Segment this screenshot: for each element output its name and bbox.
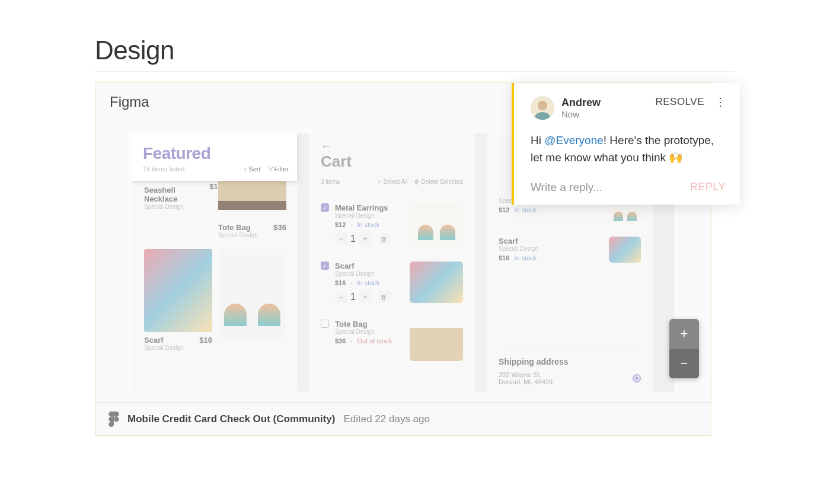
cart-item: Tote Bag Special Design $36 · Out of sto… <box>321 320 463 361</box>
reply-input[interactable]: Write a reply... <box>531 181 602 194</box>
more-menu-icon[interactable]: ⋮ <box>715 101 726 103</box>
resolve-button[interactable]: RESOLVE <box>655 96 704 108</box>
radio-selected[interactable] <box>633 374 641 382</box>
item-price: $36 <box>335 337 346 344</box>
cart-count: 3 items <box>321 178 340 185</box>
item-name: Tote Bag <box>335 320 404 328</box>
cart-item: ✓ Metal Earrings Special Design $12 · In… <box>321 203 463 245</box>
qty-minus[interactable]: − <box>335 233 347 245</box>
file-edited: Edited 22 days ago <box>343 413 430 425</box>
cart-item: ✓ Scarf Special Design $16 · In stock − … <box>321 261 463 303</box>
item-price: $12 <box>335 221 346 228</box>
product-scarf[interactable]: Scarf Special Design $16 <box>144 249 212 351</box>
app-label: Figma <box>110 94 149 110</box>
item-price: $16 <box>335 279 346 286</box>
product-earrings[interactable] <box>218 249 286 338</box>
item-name: Scarf <box>335 261 404 270</box>
product-image <box>218 249 286 338</box>
item-name: Scarf <box>499 237 538 245</box>
comment-body: Hi @Everyone! Here's the prototype, let … <box>531 132 726 167</box>
checkbox[interactable]: ✓ <box>321 203 329 212</box>
figma-logo-icon <box>108 412 119 427</box>
cart-title: Cart <box>321 152 352 171</box>
trash-icon[interactable]: 🗑 <box>378 233 390 245</box>
product-name: Tote Bag <box>218 223 258 232</box>
sort-label: Sort <box>248 165 260 173</box>
qty-plus[interactable]: + <box>359 233 371 245</box>
reply-button[interactable]: REPLY <box>690 181 726 193</box>
product-sub: Special Design <box>144 344 184 351</box>
item-image <box>609 237 641 263</box>
checkout-item: Scarf Special Design $16 In stock <box>499 237 641 263</box>
comment-author: Andrew <box>561 97 601 109</box>
checkbox[interactable] <box>321 320 329 328</box>
mention[interactable]: @Everyone <box>544 134 604 146</box>
address-line1: 202 Wayne St, <box>499 371 553 378</box>
item-sub: Special Design <box>335 328 404 335</box>
item-stock: In stock <box>514 254 537 261</box>
frame-featured: Featured 18 items listed ↕Sort ▽Filter S… <box>132 133 297 393</box>
select-all-button[interactable]: ✓ Select All <box>377 178 408 185</box>
delete-selected-label: Delete Selected <box>421 178 463 185</box>
item-image <box>410 203 463 245</box>
product-sub: Special Design <box>218 232 258 238</box>
product-sub: Special Design <box>144 203 203 210</box>
embed-footer: Mobile Credit Card Check Out (Community)… <box>95 402 711 435</box>
item-sub: Special Design <box>499 245 538 252</box>
heading-divider <box>95 71 735 72</box>
product-image <box>144 249 212 332</box>
item-stock: In stock <box>357 279 379 286</box>
trash-icon[interactable]: 🗑 <box>378 291 390 303</box>
item-stock: Out of stock <box>357 337 392 344</box>
comment-time: Now <box>561 109 601 119</box>
item-stock: In stock <box>357 221 379 228</box>
checkbox[interactable]: ✓ <box>321 261 329 270</box>
svg-point-0 <box>538 101 547 110</box>
product-price: $16 <box>199 336 212 351</box>
item-image <box>410 320 463 361</box>
item-name: Metal Earrings <box>335 203 404 212</box>
filter-label: Filter <box>274 165 289 173</box>
zoom-in-button[interactable]: + <box>669 319 699 349</box>
zoom-out-button[interactable]: − <box>669 349 699 378</box>
qty-plus[interactable]: + <box>359 291 371 303</box>
shipping-heading: Shipping address <box>499 357 641 366</box>
frame-cart: ← Cart 3 items ✓ Select All 🗑 Delete Sel… <box>309 133 475 393</box>
qty-value: 1 <box>350 292 356 302</box>
item-stock: In stock <box>514 206 537 213</box>
item-price: $16 <box>499 254 509 261</box>
item-sub: Special Design <box>335 212 404 219</box>
comment-text-pre: Hi <box>531 134 544 146</box>
featured-header: Featured 18 items listed ↕Sort ▽Filter <box>132 133 297 181</box>
comment-popover: Andrew Now RESOLVE ⋮ Hi @Everyone! Here'… <box>512 83 740 205</box>
back-arrow-icon[interactable]: ← <box>321 141 331 153</box>
item-image <box>410 261 463 303</box>
divider <box>499 346 641 346</box>
zoom-controls: + − <box>669 319 699 378</box>
qty-value: 1 <box>350 234 356 244</box>
item-price: $12 <box>499 206 509 213</box>
filter-button[interactable]: ▽Filter <box>268 165 289 173</box>
product-name: Seashell Necklace <box>144 186 197 203</box>
avatar <box>531 96 554 120</box>
select-all-label: Select All <box>383 178 407 185</box>
product-seashell[interactable]: Seashell Necklace Special Design $15 <box>144 182 203 210</box>
address-line2: Durand, MI, 48429 <box>499 378 553 385</box>
qty-minus[interactable]: − <box>335 291 347 303</box>
product-name: Scarf <box>144 336 184 344</box>
product-price: $36 <box>273 223 286 232</box>
item-sub: Special Design <box>335 270 404 277</box>
delete-selected-button[interactable]: 🗑 Delete Selected <box>414 178 463 185</box>
sort-button[interactable]: ↕Sort <box>244 165 261 173</box>
filter-icon: ▽ <box>268 165 273 173</box>
file-title[interactable]: Mobile Credit Card Check Out (Community) <box>127 413 335 425</box>
sort-icon: ↕ <box>244 165 247 173</box>
featured-title: Featured <box>143 144 286 163</box>
page-heading: Design <box>95 36 735 65</box>
